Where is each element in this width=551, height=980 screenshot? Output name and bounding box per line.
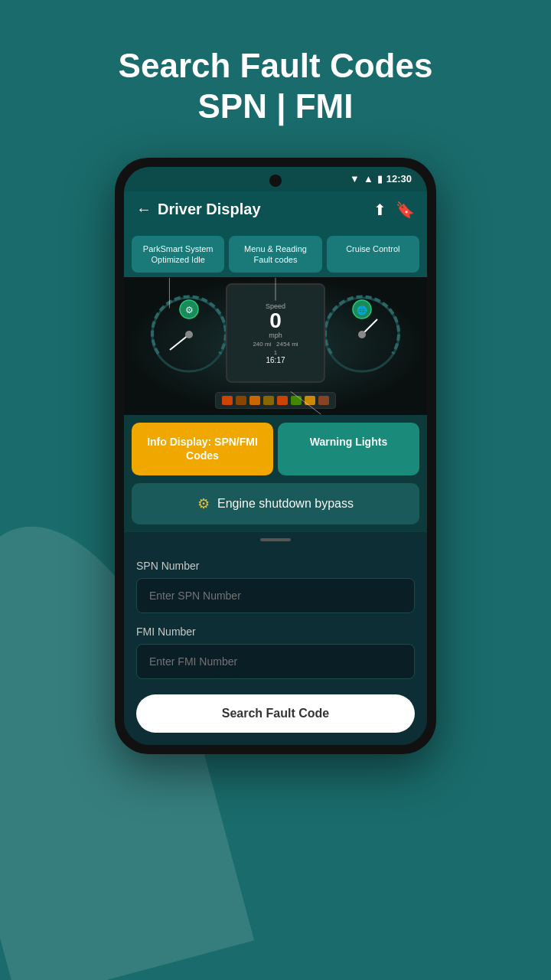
app-bar-actions: ⬆ 🔖 bbox=[373, 201, 415, 219]
page-title: Search Fault Codes SPN | FMI bbox=[88, 46, 464, 127]
phone-frame: ▼ ▲ ▮ 12:30 ← Driver Display ⬆ 🔖 ParkSma… bbox=[115, 158, 436, 754]
svg-text:🌐: 🌐 bbox=[357, 305, 367, 315]
app-bar-title: Driver Display bbox=[158, 201, 261, 218]
warning-icon-3 bbox=[249, 396, 260, 405]
phone-screen: ▼ ▲ ▮ 12:30 ← Driver Display ⬆ 🔖 ParkSma… bbox=[124, 167, 427, 745]
camera-notch bbox=[269, 175, 282, 187]
svg-point-7 bbox=[358, 331, 366, 338]
status-bar: ▼ ▲ ▮ 12:30 bbox=[124, 167, 427, 191]
bookmark-button[interactable]: 🔖 bbox=[396, 201, 415, 219]
info-display-button[interactable]: Info Display: SPN/FMI Codes bbox=[132, 423, 273, 475]
spn-input[interactable] bbox=[136, 578, 415, 613]
speed-value: 0 bbox=[269, 310, 282, 332]
gauge-right: 🌐 bbox=[320, 292, 404, 377]
engine-shutdown-button[interactable]: ⚙ Engine shutdown bypass bbox=[132, 483, 419, 524]
gauge-left: ⚙ bbox=[147, 292, 231, 377]
odometer-info: 240 mi 2454 mi bbox=[253, 341, 298, 348]
dashboard-area: ⚙ 🌐 Speed bbox=[124, 277, 427, 415]
engine-shutdown-section: ⚙ Engine shutdown bypass bbox=[124, 483, 427, 532]
parksmart-button[interactable]: ParkSmart System Optimized Idle bbox=[132, 236, 224, 273]
status-icons: ▼ ▲ ▮ 12:30 bbox=[350, 173, 412, 185]
svg-point-2 bbox=[185, 331, 193, 338]
warning-icon-4 bbox=[263, 396, 274, 405]
dashboard-time: 16:17 bbox=[266, 356, 285, 364]
warning-icon-6 bbox=[291, 396, 302, 405]
main-actions-row: Info Display: SPN/FMI Codes Warning Ligh… bbox=[124, 415, 427, 482]
engine-icon: ⚙ bbox=[197, 495, 210, 512]
wifi-icon: ▼ bbox=[350, 173, 360, 185]
warning-icon-8 bbox=[318, 396, 329, 405]
center-display: Speed 0 mph 240 mi 2454 mi 1 16:17 bbox=[226, 283, 325, 383]
signal-icon: ▲ bbox=[364, 173, 373, 185]
app-bar: ← Driver Display ⬆ 🔖 bbox=[124, 191, 427, 228]
share-button[interactable]: ⬆ bbox=[373, 201, 386, 219]
drag-handle bbox=[124, 532, 427, 547]
dashboard-bg: ⚙ 🌐 Speed bbox=[124, 277, 427, 415]
back-button[interactable]: ← bbox=[136, 201, 152, 218]
battery-icon: ▮ bbox=[377, 173, 383, 185]
warning-lights-button[interactable]: Warning Lights bbox=[278, 423, 419, 475]
menu-reading-button[interactable]: Menu & Reading Fault codes bbox=[229, 236, 321, 273]
svg-text:⚙: ⚙ bbox=[185, 305, 194, 315]
fmi-input[interactable] bbox=[136, 644, 415, 679]
status-time: 12:30 bbox=[386, 173, 412, 185]
cruise-control-button[interactable]: Cruise Control bbox=[327, 236, 419, 273]
quick-actions-row: ParkSmart System Optimized Idle Menu & R… bbox=[124, 228, 427, 278]
warning-icon-2 bbox=[236, 396, 246, 405]
search-fault-code-button[interactable]: Search Fault Code bbox=[136, 694, 415, 733]
warning-icon-5 bbox=[277, 396, 288, 405]
app-bar-left: ← Driver Display bbox=[136, 201, 261, 218]
engine-btn-label: Engine shutdown bypass bbox=[217, 497, 354, 511]
warning-icon-7 bbox=[305, 396, 315, 405]
gear-display: 1 bbox=[274, 349, 277, 356]
warning-icon-1 bbox=[222, 396, 233, 405]
spn-label: SPN Number bbox=[136, 560, 415, 572]
form-area: SPN Number FMI Number Search Fault Code bbox=[124, 547, 427, 745]
handle-bar bbox=[260, 538, 291, 541]
fmi-label: FMI Number bbox=[136, 626, 415, 638]
speed-unit: mph bbox=[269, 332, 282, 339]
warning-icons-row bbox=[215, 392, 336, 409]
